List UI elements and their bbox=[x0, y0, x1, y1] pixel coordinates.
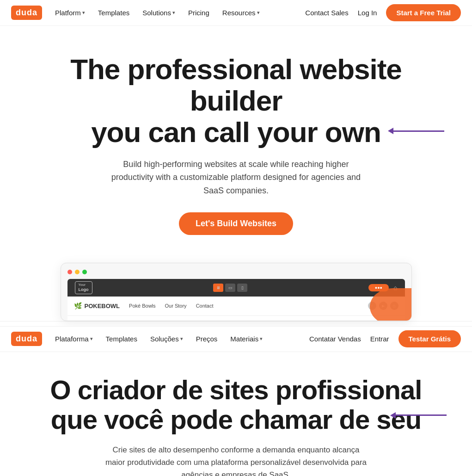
pt-navigation: duda Plataforma ▾ Templates Soluções ▾ P… bbox=[0, 326, 472, 352]
nav-item-platform[interactable]: Platform ▾ bbox=[55, 9, 85, 17]
pt-logo[interactable]: duda bbox=[11, 332, 42, 346]
browser-mockup: Your Logo 🖥 ▭ ▯ ●●● ⌂ 🌿 POKEBO bbox=[61, 263, 412, 321]
nav-contact-sales[interactable]: Contact Sales bbox=[305, 9, 348, 17]
mock-logo-box: Your Logo bbox=[75, 281, 92, 294]
desktop-icon: 🖥 bbox=[213, 284, 223, 292]
pt-logo-text: duda bbox=[11, 332, 42, 346]
mock-site-nav-links: Poké Bowls Our Story Contact bbox=[129, 303, 213, 309]
pt-nav-item-plataforma[interactable]: Plataforma ▾ bbox=[55, 335, 93, 343]
pt-hero-subtext: Crie sites de alto desempenho conforme a… bbox=[102, 444, 370, 476]
pt-hero-heading: O criador de sites profissional que você… bbox=[42, 375, 430, 434]
dot-red bbox=[67, 270, 72, 274]
arrow-head-icon bbox=[388, 128, 393, 134]
pt-hero-section: O criador de sites profissional que você… bbox=[0, 352, 472, 476]
logo[interactable]: duda bbox=[11, 6, 42, 20]
mock-nav-link-contact: Contact bbox=[196, 303, 214, 309]
start-trial-button[interactable]: Start a Free Trial bbox=[386, 4, 461, 21]
mock-nav-link-story: Our Story bbox=[165, 303, 187, 309]
chevron-down-icon: ▾ bbox=[172, 10, 175, 16]
hero-section: The professional website builder you can… bbox=[0, 26, 472, 249]
pt-arrow-indicator bbox=[390, 412, 447, 419]
dot-green bbox=[82, 270, 87, 274]
chevron-down-icon: ▾ bbox=[90, 336, 93, 342]
hero-cta-button[interactable]: Let's Build Websites bbox=[179, 212, 293, 235]
pt-nav-item-templates[interactable]: Templates bbox=[106, 335, 137, 343]
browser-dots bbox=[67, 270, 405, 274]
pt-nav-item-precos[interactable]: Preços bbox=[196, 335, 218, 343]
pt-arrow-line bbox=[396, 414, 447, 416]
nav-item-templates[interactable]: Templates bbox=[98, 9, 129, 17]
nav-item-solutions[interactable]: Solutions ▾ bbox=[142, 9, 175, 17]
top-navigation: duda Platform ▾ Templates Solutions ▾ Pr… bbox=[0, 0, 472, 26]
pt-trial-button[interactable]: Testar Grátis bbox=[398, 330, 461, 347]
section-divider bbox=[0, 321, 472, 321]
mock-nav-link-bowls: Poké Bowls bbox=[129, 303, 155, 309]
pt-nav-right: Contatar Vendas Entrar Testar Grátis bbox=[309, 330, 461, 347]
tablet-icon: ▭ bbox=[225, 284, 235, 292]
pt-nav-contact[interactable]: Contatar Vendas bbox=[309, 335, 361, 343]
pt-nav-item-solucoes[interactable]: Soluções ▾ bbox=[150, 335, 183, 343]
mock-website-nav: 🌿 POKEBOWL Poké Bowls Our Story Contact … bbox=[67, 297, 405, 316]
mock-logo-area: Your Logo bbox=[75, 281, 92, 294]
arrow-line bbox=[393, 130, 444, 132]
pt-arrow-head-icon bbox=[390, 412, 396, 419]
nav-log-in[interactable]: Log In bbox=[358, 9, 377, 17]
pt-nav-entrar[interactable]: Entrar bbox=[370, 335, 389, 343]
mock-site-name: POKEBOWL bbox=[85, 303, 120, 309]
dot-yellow bbox=[75, 270, 80, 274]
logo-text: duda bbox=[11, 6, 42, 20]
mobile-icon: ▯ bbox=[237, 284, 247, 292]
chevron-down-icon: ▾ bbox=[180, 336, 183, 342]
arrow-indicator bbox=[388, 128, 444, 134]
leaf-icon: 🌿 bbox=[74, 302, 82, 309]
pt-nav-left: duda Plataforma ▾ Templates Soluções ▾ P… bbox=[11, 332, 263, 346]
nav-left: duda Platform ▾ Templates Solutions ▾ Pr… bbox=[11, 6, 260, 20]
browser-outer: Your Logo 🖥 ▭ ▯ ●●● ⌂ 🌿 POKEBO bbox=[61, 263, 412, 321]
nav-item-resources[interactable]: Resources ▾ bbox=[222, 9, 260, 17]
nav-item-pricing[interactable]: Pricing bbox=[188, 9, 209, 17]
pt-nav-item-materiais[interactable]: Materiais ▾ bbox=[230, 335, 263, 343]
hero-subtext: Build high-performing websites at scale … bbox=[107, 158, 366, 198]
chevron-down-icon: ▾ bbox=[257, 10, 260, 16]
chevron-down-icon: ▾ bbox=[82, 10, 85, 16]
hero-heading: The professional website builder you can… bbox=[51, 54, 421, 148]
chevron-down-icon: ▾ bbox=[260, 336, 263, 342]
browser-inner: Your Logo 🖥 ▭ ▯ ●●● ⌂ 🌿 POKEBO bbox=[67, 279, 405, 321]
mock-site-logo: 🌿 POKEBOWL bbox=[74, 302, 120, 309]
nav-right: Contact Sales Log In Start a Free Trial bbox=[305, 4, 461, 21]
mock-device-icons: 🖥 ▭ ▯ bbox=[213, 284, 247, 292]
mock-editor-topbar: Your Logo 🖥 ▭ ▯ ●●● ⌂ bbox=[67, 279, 405, 297]
